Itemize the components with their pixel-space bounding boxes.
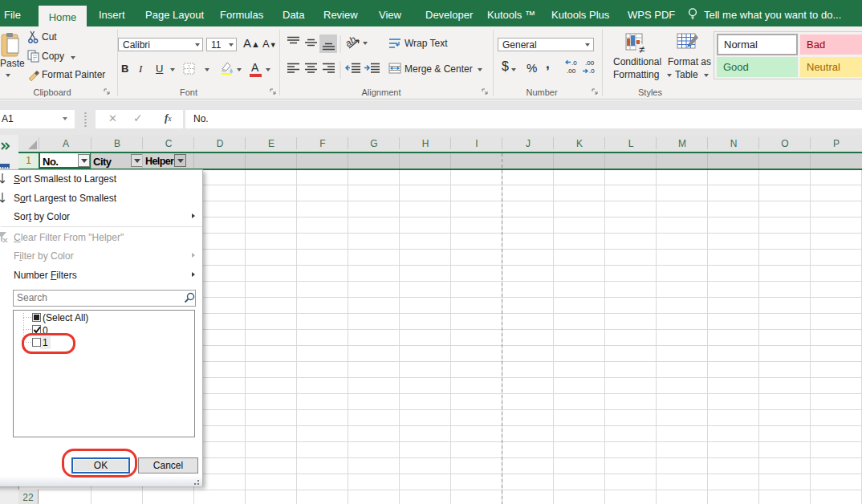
svg-text:.0: .0: [589, 67, 595, 75]
svg-text:.0: .0: [571, 59, 577, 67]
svg-text:.00: .00: [567, 67, 576, 75]
svg-text:≠: ≠: [639, 43, 644, 55]
svg-text:.00: .00: [585, 59, 595, 67]
